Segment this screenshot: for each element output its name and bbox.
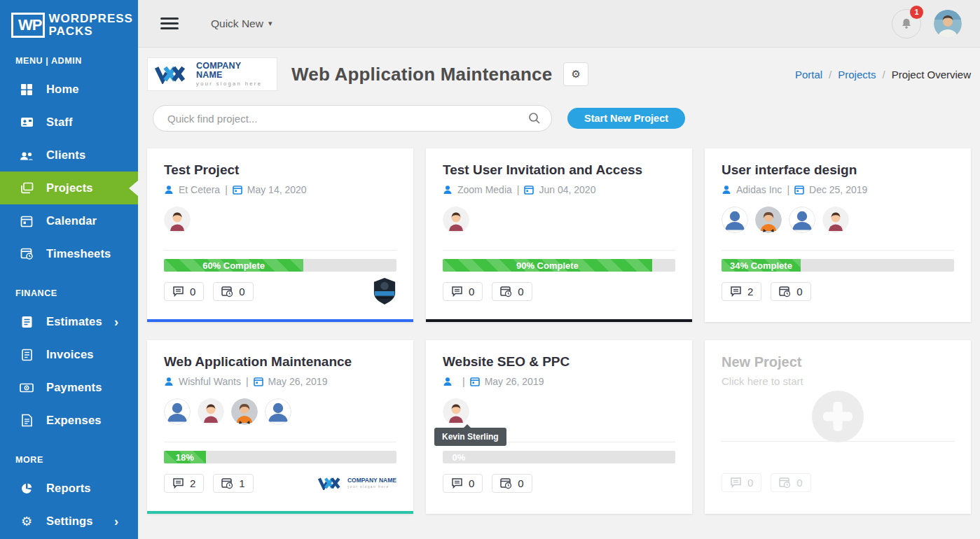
finance-section-label: FINANCE bbox=[0, 270, 138, 305]
comments-badge[interactable]: 0 bbox=[164, 282, 204, 301]
client-name: Wishful Wants bbox=[179, 376, 241, 387]
sidebar-item-label: Estimates bbox=[46, 315, 102, 328]
progress-bar: 18% bbox=[164, 451, 396, 463]
company-logo: COMPANY NAME your slogan here bbox=[147, 57, 277, 91]
avatar-woman[interactable] bbox=[755, 206, 782, 233]
avatar-woman[interactable] bbox=[231, 398, 258, 425]
comments-badge[interactable]: 0 bbox=[443, 474, 483, 493]
events-badge[interactable]: 0 bbox=[492, 282, 532, 301]
due-date: May 14, 2020 bbox=[247, 184, 307, 195]
sidebar-item-reports[interactable]: Reports bbox=[0, 472, 138, 505]
sidebar-item-calendar[interactable]: Calendar bbox=[0, 204, 138, 237]
notifications-button[interactable]: 1 bbox=[892, 9, 921, 38]
submenu-chevron-icon: › bbox=[114, 515, 118, 528]
avatar-generic[interactable] bbox=[265, 398, 291, 425]
page-header: COMPANY NAME your slogan here Web Applic… bbox=[147, 57, 971, 91]
project-card[interactable]: Test Project Et Cetera | May 14, 2020 60… bbox=[147, 148, 413, 322]
sidebar-item-estimates[interactable]: Estimates › bbox=[0, 305, 138, 338]
client-icon bbox=[164, 377, 174, 386]
avatar-boy[interactable] bbox=[443, 398, 469, 425]
notification-count-badge: 1 bbox=[910, 6, 923, 19]
sidebar-item-label: Staff bbox=[46, 115, 73, 129]
events-count: 1 bbox=[239, 477, 244, 489]
page-title: Web Application Maintenance bbox=[291, 64, 552, 85]
client-logo-badge bbox=[373, 277, 396, 305]
client-logo-company: COMPANY NAME your slogan here bbox=[318, 477, 396, 490]
breadcrumb: Portal / Projects / Project Overview bbox=[795, 69, 971, 80]
sidebar-item-staff[interactable]: Staff bbox=[0, 106, 138, 139]
menu-section-label: MENU | ADMIN bbox=[0, 38, 138, 73]
sidebar-item-settings[interactable]: ⚙ Settings › bbox=[0, 505, 138, 538]
comments-badge: 0 bbox=[722, 473, 761, 492]
progress-bar: 90% Complete bbox=[443, 259, 675, 272]
search-icon[interactable] bbox=[528, 112, 541, 127]
sidebar-item-label: Settings bbox=[46, 514, 93, 528]
company-logo-mark-icon bbox=[318, 477, 345, 490]
calendar-clock-icon bbox=[779, 477, 791, 489]
avatar-boy[interactable] bbox=[198, 398, 224, 425]
sidebar-item-invoices[interactable]: Invoices bbox=[0, 338, 138, 371]
avatar-generic[interactable] bbox=[789, 206, 815, 233]
breadcrumb-portal-link[interactable]: Portal bbox=[795, 69, 822, 80]
menu-toggle-icon[interactable] bbox=[160, 15, 179, 32]
progress-label: 0% bbox=[443, 451, 475, 463]
project-card[interactable]: Test User Invitation and Access Zoom Med… bbox=[426, 148, 692, 322]
sidebar-item-clients[interactable]: Clients bbox=[0, 139, 138, 172]
project-card[interactable]: User interface design Adidas Inc | Dec 2… bbox=[705, 148, 971, 322]
avatar-boy[interactable] bbox=[822, 206, 849, 233]
add-project-plus-icon[interactable] bbox=[812, 391, 864, 442]
breadcrumb-separator: / bbox=[876, 69, 891, 80]
date-icon bbox=[254, 377, 263, 386]
comments-badge[interactable]: 2 bbox=[722, 282, 761, 301]
company-slogan: your slogan here bbox=[196, 81, 270, 87]
comments-count: 0 bbox=[469, 477, 474, 489]
start-new-project-button[interactable]: Start New Project bbox=[567, 108, 685, 129]
comment-icon bbox=[172, 477, 184, 489]
card-divider bbox=[164, 442, 396, 442]
comments-badge[interactable]: 0 bbox=[443, 282, 483, 301]
wp-logo-icon: WP bbox=[11, 13, 43, 38]
events-badge[interactable]: 0 bbox=[771, 282, 810, 301]
card-footer: 0 0 bbox=[443, 280, 675, 302]
sidebar-item-label: Invoices bbox=[46, 348, 94, 361]
sidebar-item-home[interactable]: Home bbox=[0, 73, 138, 106]
avatar-boy[interactable] bbox=[164, 206, 191, 233]
comments-badge[interactable]: 2 bbox=[164, 474, 204, 493]
project-card[interactable]: Website SEO & PPC | May 26, 2019 Kevin S… bbox=[426, 340, 692, 514]
projects-icon bbox=[20, 181, 34, 195]
avatar-boy[interactable] bbox=[443, 206, 469, 233]
events-badge[interactable]: 0 bbox=[492, 474, 532, 493]
project-settings-button[interactable]: ⚙ bbox=[563, 62, 588, 86]
app-logo[interactable]: WP WORDPRESS PACKS bbox=[0, 0, 138, 38]
avatar-generic[interactable] bbox=[164, 398, 191, 425]
events-badge[interactable]: 0 bbox=[213, 282, 253, 301]
project-title[interactable]: Test Project bbox=[164, 162, 396, 178]
sidebar-item-timesheets[interactable]: Timesheets bbox=[0, 237, 138, 270]
project-card[interactable]: Web Application Maintenance Wishful Want… bbox=[147, 340, 413, 514]
sidebar-item-projects[interactable]: Projects bbox=[0, 172, 138, 204]
sidebar-item-expenses[interactable]: Expenses bbox=[0, 404, 138, 437]
progress-bar: 34% Complete bbox=[722, 259, 954, 272]
assignee-avatars bbox=[722, 206, 954, 233]
calendar-clock-icon bbox=[221, 286, 233, 298]
search-input[interactable] bbox=[153, 105, 552, 132]
client-name: Zoom Media bbox=[457, 184, 512, 195]
project-title[interactable]: Website SEO & PPC bbox=[443, 354, 675, 370]
sidebar-item-payments[interactable]: Payments bbox=[0, 371, 138, 404]
events-count: 0 bbox=[518, 477, 523, 489]
comments-count: 0 bbox=[190, 286, 195, 298]
payments-icon bbox=[20, 381, 34, 395]
project-title[interactable]: Test User Invitation and Access bbox=[443, 162, 675, 178]
project-title[interactable]: User interface design bbox=[722, 162, 954, 178]
sidebar-item-label: Payments bbox=[46, 381, 102, 394]
project-meta: | May 26, 2019 bbox=[443, 374, 675, 388]
quick-new-dropdown[interactable]: Quick New ▾ bbox=[211, 18, 272, 30]
new-project-card[interactable]: New Project Click here to start 0 0 bbox=[705, 340, 971, 514]
project-title[interactable]: Web Application Maintenance bbox=[164, 354, 396, 370]
breadcrumb-projects-link[interactable]: Projects bbox=[838, 69, 876, 80]
comments-count: 2 bbox=[747, 286, 753, 298]
events-badge[interactable]: 1 bbox=[213, 474, 253, 493]
company-logo-mark-icon bbox=[155, 64, 191, 84]
user-avatar[interactable] bbox=[934, 10, 962, 38]
avatar-generic[interactable] bbox=[722, 206, 748, 233]
